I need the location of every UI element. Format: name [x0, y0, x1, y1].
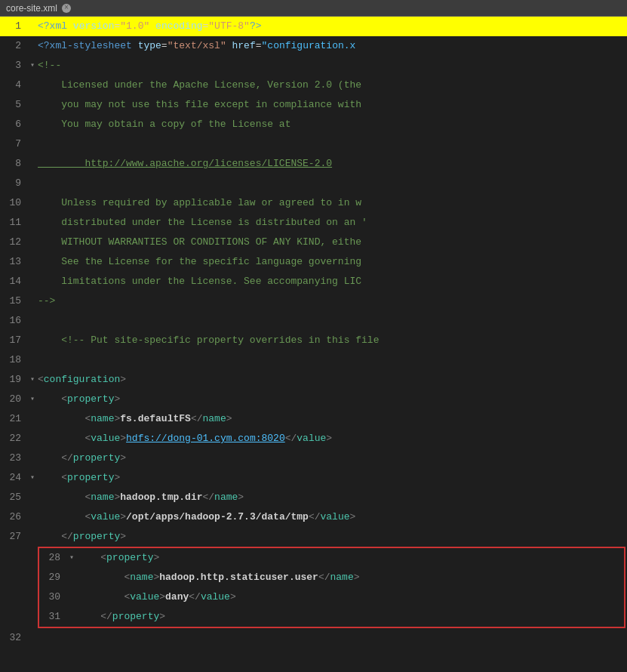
line-number-16: 16 [0, 311, 27, 331]
line-number-23: 23 [0, 449, 27, 468]
close-icon[interactable]: × [62, 4, 71, 13]
code-line-25: 25 <name>hadoop.tmp.dir</name> [0, 488, 627, 507]
line-number-29: 29 [39, 568, 66, 587]
line-content-12: WITHOUT WARRANTIES OR CONDITIONS OF ANY … [38, 233, 627, 252]
code-line-20: 20▾ <property> [0, 390, 627, 409]
line-number-2: 2 [0, 36, 27, 56]
line-gutter-10 [27, 193, 38, 213]
code-line-13: 13 See the License for the specific lang… [0, 252, 627, 272]
line-number-12: 12 [0, 233, 27, 252]
line-number-13: 13 [0, 252, 27, 272]
line-content-11: distributed under the License is distrib… [38, 213, 627, 233]
line-number-8: 8 [0, 154, 27, 174]
code-line-18: 18 [0, 350, 627, 370]
code-line-19: 19▾<configuration> [0, 370, 627, 390]
title-bar-text: core-site.xml [6, 3, 57, 14]
code-line-32: 32 [0, 628, 627, 648]
line-content-18 [38, 350, 627, 370]
line-number-25: 25 [0, 488, 27, 507]
code-line-27: 27 </property> [0, 527, 627, 547]
line-gutter-12 [27, 233, 38, 252]
line-gutter-30 [66, 587, 77, 607]
code-line-5: 5 you may not use this file except in co… [0, 95, 627, 115]
line-content-31: </property> [77, 607, 624, 627]
code-line-28: 28▾ <property> [39, 548, 624, 568]
line-number-19: 19 [0, 370, 27, 390]
line-gutter-7 [27, 134, 38, 154]
line-number-26: 26 [0, 507, 27, 527]
line-content-30: <value>dany</value> [77, 587, 624, 607]
line-content-8: http://www.apache.org/licenses/LICENSE-2… [38, 154, 627, 174]
line-number-30: 30 [39, 587, 66, 607]
line-number-28: 28 [39, 548, 66, 568]
line-gutter-5 [27, 95, 38, 115]
line-gutter-4 [27, 76, 38, 95]
line-gutter-23 [27, 449, 38, 468]
line-gutter-25 [27, 488, 38, 507]
line-number-6: 6 [0, 115, 27, 134]
code-line-30: 30 <value>dany</value> [39, 587, 624, 607]
line-gutter-29 [66, 568, 77, 587]
line-gutter-19[interactable]: ▾ [27, 370, 38, 390]
line-gutter-24[interactable]: ▾ [27, 468, 38, 488]
line-number-14: 14 [0, 272, 27, 291]
line-content-17: <!-- Put site-specific property override… [38, 331, 627, 350]
code-line-15: 15--> [0, 291, 627, 311]
line-gutter-16 [27, 311, 38, 331]
line-number-18: 18 [0, 350, 27, 370]
line-number-15: 15 [0, 291, 27, 311]
line-content-26: <value>/opt/apps/hadoop-2.7.3/data/tmp</… [38, 507, 627, 527]
line-number-5: 5 [0, 95, 27, 115]
line-gutter-1 [27, 17, 38, 36]
line-content-3: <!-- [38, 56, 627, 76]
line-number-32: 32 [0, 628, 27, 648]
line-content-2: <?xml-stylesheet type="text/xsl" href="c… [38, 36, 627, 56]
line-number-9: 9 [0, 174, 27, 193]
line-gutter-18 [27, 350, 38, 370]
line-number-10: 10 [0, 193, 27, 213]
line-gutter-3[interactable]: ▾ [27, 56, 38, 76]
line-content-22: <value>hdfs://dong-01.cym.com:8020</valu… [38, 429, 627, 449]
code-line-10: 10 Unless required by applicable law or … [0, 193, 627, 213]
code-line-29: 29 <name>hadoop.http.staticuser.user</na… [39, 568, 624, 587]
code-line-1: 1<?xml version="1.0" encoding="UTF-8"?> [0, 17, 627, 36]
line-gutter-13 [27, 252, 38, 272]
code-line-22: 22 <value>hdfs://dong-01.cym.com:8020</v… [0, 429, 627, 449]
code-line-17: 17 <!-- Put site-specific property overr… [0, 331, 627, 350]
code-line-24: 24▾ <property> [0, 468, 627, 488]
code-line-14: 14 limitations under the License. See ac… [0, 272, 627, 291]
code-line-7: 7 [0, 134, 627, 154]
red-box-block: 28▾ <property>29 <name>hadoop.http.stati… [38, 547, 625, 628]
line-content-13: See the License for the specific languag… [38, 252, 627, 272]
line-number-17: 17 [0, 331, 27, 350]
line-number-27: 27 [0, 527, 27, 547]
line-gutter-31 [66, 607, 77, 627]
line-content-1: <?xml version="1.0" encoding="UTF-8"?> [38, 17, 627, 36]
line-content-16 [38, 311, 627, 331]
code-line-9: 9 [0, 174, 627, 193]
line-gutter-9 [27, 174, 38, 193]
line-content-4: Licensed under the Apache License, Versi… [38, 76, 627, 95]
line-content-6: You may obtain a copy of the License at [38, 115, 627, 134]
line-number-24: 24 [0, 468, 27, 488]
line-gutter-26 [27, 507, 38, 527]
code-line-21: 21 <name>fs.defaultFS</name> [0, 409, 627, 429]
line-content-24: <property> [38, 468, 627, 488]
line-gutter-20[interactable]: ▾ [27, 390, 38, 409]
code-line-11: 11 distributed under the License is dist… [0, 213, 627, 233]
line-gutter-8 [27, 154, 38, 174]
line-number-7: 7 [0, 134, 27, 154]
line-gutter-11 [27, 213, 38, 233]
line-number-31: 31 [39, 607, 66, 627]
line-gutter-27 [27, 527, 38, 547]
line-gutter-15 [27, 291, 38, 311]
line-gutter-14 [27, 272, 38, 291]
line-gutter-28[interactable]: ▾ [66, 548, 77, 568]
line-content-20: <property> [38, 390, 627, 409]
line-number-11: 11 [0, 213, 27, 233]
code-line-8: 8 http://www.apache.org/licenses/LICENSE… [0, 154, 627, 174]
line-content-21: <name>fs.defaultFS</name> [38, 409, 627, 429]
line-gutter-17 [27, 331, 38, 350]
line-content-19: <configuration> [38, 370, 627, 390]
line-content-23: </property> [38, 449, 627, 468]
